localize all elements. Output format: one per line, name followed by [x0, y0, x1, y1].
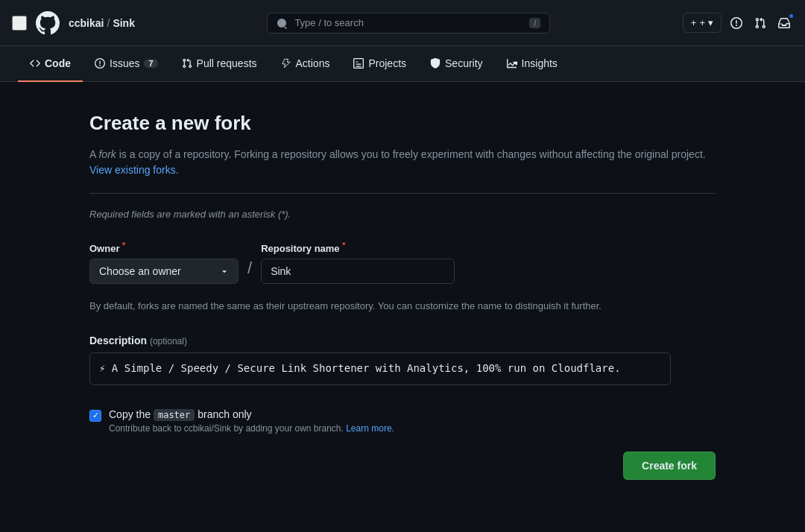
issues-icon — [730, 17, 742, 29]
plus-icon: + — [691, 17, 697, 28]
tab-security-label: Security — [445, 57, 483, 69]
breadcrumb-separator: / — [107, 17, 110, 29]
fork-italic: fork — [98, 148, 116, 160]
tab-code[interactable]: Code — [18, 46, 83, 82]
tab-projects-label: Projects — [368, 57, 406, 69]
tab-actions-label: Actions — [296, 57, 330, 69]
copy-branch-label-group: Copy the master branch only Contribute b… — [109, 408, 394, 434]
create-new-label: + — [699, 17, 705, 28]
breadcrumb-user[interactable]: ccbikai — [69, 17, 104, 29]
security-tab-icon — [430, 58, 441, 69]
search-placeholder: Type / to search — [294, 17, 364, 28]
pr-tab-icon — [182, 58, 192, 69]
pull-requests-button[interactable] — [751, 14, 769, 32]
owner-group: Owner * Choose an owner — [89, 241, 239, 284]
tab-projects[interactable]: Projects — [341, 46, 418, 82]
tab-issues[interactable]: Issues 7 — [83, 46, 170, 82]
page-title: Create a new fork — [89, 112, 716, 135]
breadcrumb: ccbikai / Sink — [69, 17, 135, 29]
description-label: Description (optional) — [89, 335, 671, 346]
fork-note: By default, forks are named the same as … — [89, 299, 716, 314]
copy-branch-row: ✓ Copy the master branch only Contribute… — [89, 408, 716, 434]
projects-tab-icon — [353, 58, 364, 69]
divider — [89, 193, 716, 194]
owner-placeholder: Choose an owner — [99, 265, 181, 277]
form-actions: Create fork — [89, 452, 716, 480]
inbox-button[interactable] — [775, 14, 793, 32]
fork-desc-mid: is a copy of a repository. Forking a rep… — [116, 148, 706, 160]
tab-insights[interactable]: Insights — [495, 46, 569, 82]
copy-branch-sublabel: Contribute back to ccbikai/Sink by addin… — [109, 423, 394, 434]
main-content: Create a new fork A fork is a copy of a … — [0, 82, 805, 510]
nav-actions: + + ▾ — [683, 13, 793, 33]
hamburger-menu-button[interactable] — [12, 16, 27, 31]
tab-security[interactable]: Security — [418, 46, 495, 82]
repo-tabs: Code Issues 7 Pull requests Actions Proj… — [0, 46, 805, 82]
required-note: Required fields are marked with an aster… — [89, 209, 716, 220]
view-existing-forks-link[interactable]: View existing forks. — [89, 164, 179, 176]
search-bar-container: Type / to search / — [144, 13, 674, 34]
tab-code-label: Code — [45, 57, 71, 69]
description-wrapper: Description (optional) ⚡ A Simple / Spee… — [89, 335, 671, 387]
issues-badge: 7 — [144, 59, 157, 68]
fork-desc-pre: A — [89, 148, 98, 160]
tab-pull-requests[interactable]: Pull requests — [170, 46, 269, 82]
actions-tab-icon — [281, 58, 291, 69]
create-new-button[interactable]: + + ▾ — [683, 13, 722, 33]
checkmark-icon: ✓ — [92, 411, 99, 419]
owner-label: Owner * — [89, 241, 239, 254]
owner-select[interactable]: Choose an owner — [89, 259, 239, 284]
repo-name-input[interactable] — [261, 259, 455, 284]
slash-separator: / — [239, 259, 261, 284]
tab-actions[interactable]: Actions — [269, 46, 342, 82]
owner-repo-row: Owner * Choose an owner / Repository nam… — [89, 241, 716, 284]
pull-request-icon — [754, 17, 766, 29]
notification-badge — [788, 13, 795, 19]
search-shortcut: / — [529, 18, 540, 28]
insights-tab-icon — [507, 58, 517, 69]
breadcrumb-repo[interactable]: Sink — [113, 17, 135, 29]
tab-insights-label: Insights — [522, 57, 558, 69]
github-logo[interactable] — [36, 11, 60, 35]
description-input[interactable]: ⚡ A Simple / Speedy / Secure Link Shorte… — [89, 352, 671, 385]
tab-issues-label: Issues — [110, 57, 139, 69]
chevron-down-icon: ▾ — [708, 17, 713, 28]
copy-branch-label: Copy the master branch only — [109, 408, 394, 420]
search-icon — [277, 17, 288, 29]
chevron-down-icon — [220, 267, 229, 276]
issues-tab-icon — [95, 58, 105, 69]
repo-name-group: Repository name * — [261, 241, 455, 284]
code-icon — [30, 58, 40, 69]
repo-name-label: Repository name * — [261, 241, 455, 254]
copy-branch-checkbox[interactable]: ✓ — [89, 410, 101, 422]
learn-more-link[interactable]: Learn more. — [346, 423, 394, 434]
top-navigation: ccbikai / Sink Type / to search / + + ▾ — [0, 0, 805, 46]
tab-pr-label: Pull requests — [197, 57, 257, 69]
search-box[interactable]: Type / to search / — [267, 13, 550, 34]
create-fork-button[interactable]: Create fork — [623, 452, 716, 480]
fork-description: A fork is a copy of a repository. Forkin… — [89, 147, 716, 178]
issues-button[interactable] — [727, 14, 745, 32]
branch-name-badge: master — [154, 409, 195, 421]
